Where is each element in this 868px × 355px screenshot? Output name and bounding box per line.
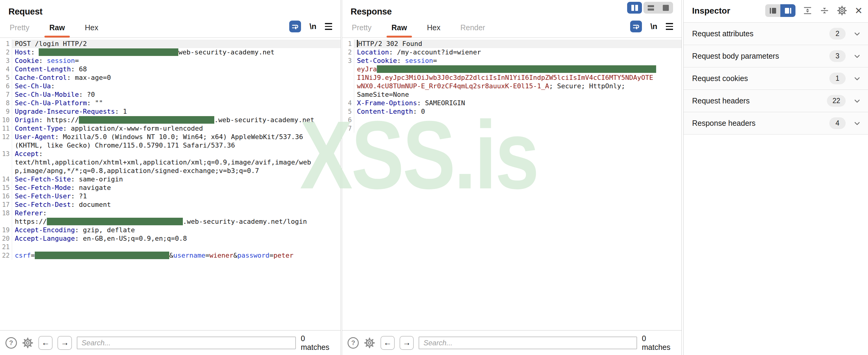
code-line[interactable]: 16Sec-Fetch-User: ?1	[0, 192, 341, 201]
tab-response-hex[interactable]: Hex	[426, 23, 441, 37]
line-number: 14	[0, 175, 12, 183]
response-editor[interactable]: 1HTTP/2 302 Found2Location: /my-account?…	[342, 38, 682, 330]
previous-match-button[interactable]: ←	[38, 336, 53, 350]
dock-left-option[interactable]	[765, 4, 780, 17]
code-line[interactable]: 11Content-Type: application/x-www-form-u…	[0, 124, 341, 133]
tab-response-render[interactable]: Render	[459, 23, 486, 37]
line-number: 15	[0, 183, 12, 192]
expand-all-icon[interactable]	[803, 6, 812, 16]
chevron-down-icon	[854, 30, 861, 37]
code-line[interactable]: 22csrf=&username=wiener&password=peter	[0, 251, 341, 260]
line-number: 8	[0, 99, 12, 107]
code-line[interactable]: 10Origin: https://.web-security-academy.…	[0, 116, 341, 124]
line-number	[0, 167, 12, 175]
hamburger-menu-icon[interactable]	[666, 23, 673, 30]
code-line[interactable]: 7	[342, 124, 682, 133]
code-line[interactable]: 1POST /login HTTP/2	[0, 39, 341, 48]
code-line[interactable]: 17Sec-Fetch-Dest: document	[0, 201, 341, 209]
code-line[interactable]: wNX0.4cU8TUmNUP-E_Rr0zCF4qmLq2sr8auuxK-E…	[342, 82, 682, 90]
code-line[interactable]: 20Accept-Language: en-GB,en-US;q=0.9,en;…	[0, 234, 341, 243]
code-line[interactable]: I1NiJ9.eyJpc3MiOiJwb3J0c3dpZ2dlciIsInN1Y…	[342, 73, 682, 82]
code-line[interactable]: 12User-Agent: Mozilla/5.0 (Windows NT 10…	[0, 133, 341, 141]
response-panel: Response Pretty Raw Hex Render \n 1HTTP/…	[342, 0, 682, 355]
code-line[interactable]: 6	[342, 116, 682, 124]
tab-request-pretty[interactable]: Pretty	[8, 23, 31, 37]
help-icon[interactable]: ?	[347, 337, 359, 349]
code-line[interactable]: 18Referer:	[0, 209, 341, 217]
inspector-settings-gear-icon[interactable]	[837, 5, 847, 16]
inspector-section-request-headers[interactable]: Request headers22	[684, 90, 868, 112]
search-settings-gear-icon[interactable]	[22, 337, 34, 349]
response-search-input[interactable]	[418, 336, 637, 349]
tab-request-hex[interactable]: Hex	[84, 23, 99, 37]
layout-side-by-side-button[interactable]	[627, 2, 642, 13]
line-number	[342, 65, 354, 73]
redacted-block	[47, 218, 183, 225]
code-line[interactable]: 5Cache-Control: max-age=0	[0, 73, 341, 82]
tab-request-raw[interactable]: Raw	[48, 23, 66, 37]
code-line[interactable]: 1HTTP/2 302 Found	[342, 39, 682, 48]
code-line[interactable]: 13Accept:	[0, 150, 341, 158]
line-number: 17	[0, 201, 12, 209]
code-line[interactable]: text/html,application/xhtml+xml,applicat…	[0, 158, 341, 167]
response-search-bar: ? ← → 0 matches	[342, 330, 682, 355]
request-search-bar: ? ← → 0 matches	[0, 330, 341, 355]
line-number: 21	[0, 243, 12, 251]
word-wrap-icon	[291, 23, 299, 31]
chevron-down-icon	[854, 97, 861, 105]
code-line[interactable]: 2Location: /my-account?id=wiener	[342, 48, 682, 57]
tab-response-pretty[interactable]: Pretty	[350, 23, 373, 37]
code-line[interactable]: 4X-Frame-Options: SAMEORIGIN	[342, 99, 682, 107]
redacted-block	[39, 49, 178, 56]
previous-match-button[interactable]: ←	[380, 336, 395, 350]
dock-right-option[interactable]	[780, 4, 796, 17]
tab-response-raw[interactable]: Raw	[390, 23, 408, 37]
word-wrap-toggle-button[interactable]	[289, 21, 301, 32]
show-newlines-toggle[interactable]: \n	[309, 22, 316, 31]
code-line[interactable]: 15Sec-Fetch-Mode: navigate	[0, 183, 341, 192]
code-line[interactable]: 3Set-Cookie: session=	[342, 57, 682, 65]
layout-stacked-button[interactable]	[644, 2, 658, 13]
request-search-input[interactable]	[77, 336, 296, 349]
request-editor[interactable]: 1POST /login HTTP/22Host: web-security-a…	[0, 38, 341, 330]
code-line[interactable]: 21	[0, 243, 341, 251]
code-line[interactable]: 6Sec-Ch-Ua:	[0, 82, 341, 90]
code-line[interactable]: (KHTML, like Gecko) Chrome/115.0.5790.17…	[0, 141, 341, 150]
code-line[interactable]: eyJra	[342, 65, 682, 73]
count-badge: 2	[829, 28, 846, 39]
code-line[interactable]: 4Content-Length: 68	[0, 65, 341, 73]
help-icon[interactable]: ?	[5, 337, 17, 349]
inspector-sections: Request attributes2Request body paramete…	[684, 23, 868, 135]
code-line[interactable]: 19Accept-Encoding: gzip, deflate	[0, 226, 341, 234]
code-line[interactable]: https://.web-security-academy.net/login	[0, 217, 341, 226]
code-line[interactable]: p,image/apng,*/*;q=0.8,application/signe…	[0, 167, 341, 175]
close-inspector-icon[interactable]: ✕	[855, 6, 863, 16]
layout-single-button[interactable]	[658, 2, 673, 13]
inspector-section-request-body-parameters[interactable]: Request body parameters3	[684, 45, 868, 67]
line-number: 6	[342, 116, 354, 124]
search-settings-gear-icon[interactable]	[364, 337, 375, 349]
word-wrap-toggle-button[interactable]	[630, 21, 642, 32]
next-match-button[interactable]: →	[400, 336, 414, 350]
next-match-button[interactable]: →	[57, 336, 72, 350]
code-line[interactable]: 9Upgrade-Insecure-Requests: 1	[0, 107, 341, 116]
chevron-down-icon	[854, 120, 861, 127]
inspector-section-request-cookies[interactable]: Request cookies1	[684, 67, 868, 90]
response-tabs: Pretty Raw Hex Render	[350, 23, 486, 37]
hamburger-menu-icon[interactable]	[325, 23, 332, 30]
line-number: 4	[342, 99, 354, 107]
inspector-section-label: Request cookies	[692, 74, 748, 83]
code-line[interactable]: 8Sec-Ch-Ua-Platform: ""	[0, 99, 341, 107]
collapse-all-icon[interactable]	[819, 6, 829, 16]
code-line[interactable]: 3Cookie: session=	[0, 57, 341, 65]
inspector-section-response-headers[interactable]: Response headers4	[684, 112, 868, 135]
code-line[interactable]: 5Content-Length: 0	[342, 107, 682, 116]
code-line[interactable]: 14Sec-Fetch-Site: same-origin	[0, 175, 341, 183]
inspector-section-request-attributes[interactable]: Request attributes2	[684, 23, 868, 45]
line-number	[0, 217, 12, 226]
code-line[interactable]: 2Host: web-security-academy.net	[0, 48, 341, 57]
code-line[interactable]: 7Sec-Ch-Ua-Mobile: ?0	[0, 90, 341, 99]
code-line[interactable]: SameSite=None	[342, 90, 682, 99]
inspector-dock-toggle[interactable]	[765, 4, 796, 17]
show-newlines-toggle[interactable]: \n	[650, 22, 657, 31]
